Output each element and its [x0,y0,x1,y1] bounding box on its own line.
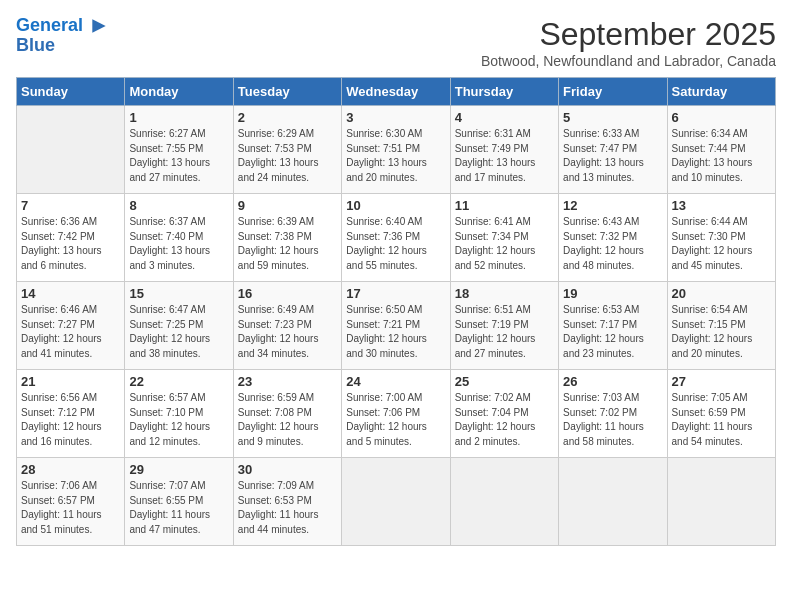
cell-content: Sunrise: 6:31 AMSunset: 7:49 PMDaylight:… [455,127,554,185]
calendar-cell: 25Sunrise: 7:02 AMSunset: 7:04 PMDayligh… [450,370,558,458]
cell-content: Sunrise: 7:07 AMSunset: 6:55 PMDaylight:… [129,479,228,537]
cell-content: Sunrise: 6:29 AMSunset: 7:53 PMDaylight:… [238,127,337,185]
cell-content: Sunrise: 6:57 AMSunset: 7:10 PMDaylight:… [129,391,228,449]
calendar-cell: 23Sunrise: 6:59 AMSunset: 7:08 PMDayligh… [233,370,341,458]
day-number: 19 [563,286,662,301]
cell-content: Sunrise: 6:49 AMSunset: 7:23 PMDaylight:… [238,303,337,361]
day-number: 11 [455,198,554,213]
location-subtitle: Botwood, Newfoundland and Labrador, Cana… [481,53,776,69]
calendar-week-1: 1Sunrise: 6:27 AMSunset: 7:55 PMDaylight… [17,106,776,194]
calendar-cell: 8Sunrise: 6:37 AMSunset: 7:40 PMDaylight… [125,194,233,282]
calendar-cell: 12Sunrise: 6:43 AMSunset: 7:32 PMDayligh… [559,194,667,282]
day-number: 22 [129,374,228,389]
day-number: 23 [238,374,337,389]
header-friday: Friday [559,78,667,106]
day-number: 10 [346,198,445,213]
calendar-cell: 13Sunrise: 6:44 AMSunset: 7:30 PMDayligh… [667,194,775,282]
calendar-cell: 2Sunrise: 6:29 AMSunset: 7:53 PMDaylight… [233,106,341,194]
header-sunday: Sunday [17,78,125,106]
calendar-cell [450,458,558,546]
cell-content: Sunrise: 6:43 AMSunset: 7:32 PMDaylight:… [563,215,662,273]
cell-content: Sunrise: 6:56 AMSunset: 7:12 PMDaylight:… [21,391,120,449]
cell-content: Sunrise: 6:33 AMSunset: 7:47 PMDaylight:… [563,127,662,185]
cell-content: Sunrise: 6:51 AMSunset: 7:19 PMDaylight:… [455,303,554,361]
calendar-cell [667,458,775,546]
cell-content: Sunrise: 6:47 AMSunset: 7:25 PMDaylight:… [129,303,228,361]
day-number: 21 [21,374,120,389]
svg-marker-0 [92,20,105,33]
header-saturday: Saturday [667,78,775,106]
day-number: 26 [563,374,662,389]
day-number: 9 [238,198,337,213]
calendar-cell: 21Sunrise: 6:56 AMSunset: 7:12 PMDayligh… [17,370,125,458]
day-number: 16 [238,286,337,301]
calendar-cell: 16Sunrise: 6:49 AMSunset: 7:23 PMDayligh… [233,282,341,370]
title-block: September 2025 Botwood, Newfoundland and… [481,16,776,69]
calendar-cell: 3Sunrise: 6:30 AMSunset: 7:51 PMDaylight… [342,106,450,194]
cell-content: Sunrise: 6:40 AMSunset: 7:36 PMDaylight:… [346,215,445,273]
calendar-week-5: 28Sunrise: 7:06 AMSunset: 6:57 PMDayligh… [17,458,776,546]
calendar-cell: 4Sunrise: 6:31 AMSunset: 7:49 PMDaylight… [450,106,558,194]
calendar-cell: 22Sunrise: 6:57 AMSunset: 7:10 PMDayligh… [125,370,233,458]
cell-content: Sunrise: 6:36 AMSunset: 7:42 PMDaylight:… [21,215,120,273]
month-title: September 2025 [481,16,776,53]
header-tuesday: Tuesday [233,78,341,106]
day-number: 24 [346,374,445,389]
calendar-cell: 18Sunrise: 6:51 AMSunset: 7:19 PMDayligh… [450,282,558,370]
day-number: 25 [455,374,554,389]
day-number: 5 [563,110,662,125]
calendar-cell [559,458,667,546]
cell-content: Sunrise: 7:06 AMSunset: 6:57 PMDaylight:… [21,479,120,537]
calendar-cell [342,458,450,546]
calendar-week-3: 14Sunrise: 6:46 AMSunset: 7:27 PMDayligh… [17,282,776,370]
cell-content: Sunrise: 6:44 AMSunset: 7:30 PMDaylight:… [672,215,771,273]
cell-content: Sunrise: 6:53 AMSunset: 7:17 PMDaylight:… [563,303,662,361]
cell-content: Sunrise: 7:09 AMSunset: 6:53 PMDaylight:… [238,479,337,537]
calendar-cell: 27Sunrise: 7:05 AMSunset: 6:59 PMDayligh… [667,370,775,458]
calendar-cell: 14Sunrise: 6:46 AMSunset: 7:27 PMDayligh… [17,282,125,370]
logo: General Blue [16,16,110,56]
calendar-cell: 29Sunrise: 7:07 AMSunset: 6:55 PMDayligh… [125,458,233,546]
calendar-week-4: 21Sunrise: 6:56 AMSunset: 7:12 PMDayligh… [17,370,776,458]
calendar-cell: 24Sunrise: 7:00 AMSunset: 7:06 PMDayligh… [342,370,450,458]
day-number: 28 [21,462,120,477]
calendar-cell: 20Sunrise: 6:54 AMSunset: 7:15 PMDayligh… [667,282,775,370]
cell-content: Sunrise: 6:46 AMSunset: 7:27 PMDaylight:… [21,303,120,361]
calendar-cell: 11Sunrise: 6:41 AMSunset: 7:34 PMDayligh… [450,194,558,282]
calendar-cell: 1Sunrise: 6:27 AMSunset: 7:55 PMDaylight… [125,106,233,194]
calendar-cell: 9Sunrise: 6:39 AMSunset: 7:38 PMDaylight… [233,194,341,282]
cell-content: Sunrise: 6:37 AMSunset: 7:40 PMDaylight:… [129,215,228,273]
calendar-cell: 6Sunrise: 6:34 AMSunset: 7:44 PMDaylight… [667,106,775,194]
logo-text: General [16,16,110,36]
header-monday: Monday [125,78,233,106]
cell-content: Sunrise: 6:34 AMSunset: 7:44 PMDaylight:… [672,127,771,185]
cell-content: Sunrise: 6:59 AMSunset: 7:08 PMDaylight:… [238,391,337,449]
day-number: 15 [129,286,228,301]
calendar-cell: 5Sunrise: 6:33 AMSunset: 7:47 PMDaylight… [559,106,667,194]
cell-content: Sunrise: 6:27 AMSunset: 7:55 PMDaylight:… [129,127,228,185]
day-number: 13 [672,198,771,213]
day-number: 18 [455,286,554,301]
header-wednesday: Wednesday [342,78,450,106]
cell-content: Sunrise: 6:39 AMSunset: 7:38 PMDaylight:… [238,215,337,273]
logo-blue: Blue [16,36,110,56]
cell-content: Sunrise: 6:30 AMSunset: 7:51 PMDaylight:… [346,127,445,185]
day-number: 30 [238,462,337,477]
day-number: 12 [563,198,662,213]
cell-content: Sunrise: 7:00 AMSunset: 7:06 PMDaylight:… [346,391,445,449]
calendar-cell: 17Sunrise: 6:50 AMSunset: 7:21 PMDayligh… [342,282,450,370]
day-number: 2 [238,110,337,125]
calendar-cell [17,106,125,194]
day-number: 29 [129,462,228,477]
day-number: 3 [346,110,445,125]
day-number: 20 [672,286,771,301]
day-number: 7 [21,198,120,213]
cell-content: Sunrise: 6:50 AMSunset: 7:21 PMDaylight:… [346,303,445,361]
day-number: 17 [346,286,445,301]
day-number: 14 [21,286,120,301]
day-number: 4 [455,110,554,125]
calendar-cell: 10Sunrise: 6:40 AMSunset: 7:36 PMDayligh… [342,194,450,282]
calendar-cell: 26Sunrise: 7:03 AMSunset: 7:02 PMDayligh… [559,370,667,458]
calendar-cell: 7Sunrise: 6:36 AMSunset: 7:42 PMDaylight… [17,194,125,282]
day-number: 27 [672,374,771,389]
